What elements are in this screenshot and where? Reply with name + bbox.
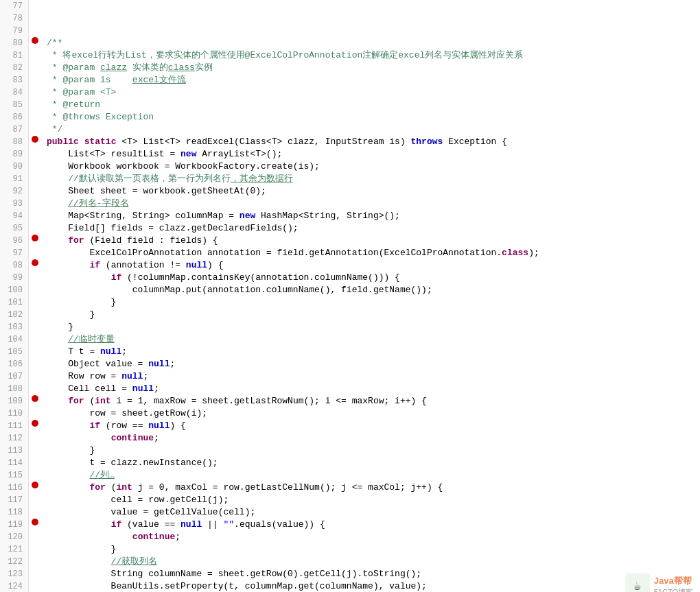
line-row: 78 — [0, 12, 700, 25]
line-number: 123 — [0, 568, 29, 580]
line-row: 103 } — [0, 321, 700, 333]
breakpoint-dot — [32, 420, 38, 427]
line-row: 77 — [0, 0, 700, 12]
line-number: 119 — [0, 519, 29, 531]
breakpoint-col[interactable] — [29, 37, 41, 44]
line-content: continue; — [41, 531, 700, 543]
line-content: public static <T> List<T> readExcel(Clas… — [41, 136, 700, 148]
line-row: 112 continue; — [0, 432, 700, 445]
line-content: } — [41, 296, 700, 309]
line-number: 106 — [0, 358, 29, 370]
breakpoint-col[interactable] — [29, 420, 41, 427]
line-row: 79 — [0, 25, 700, 37]
breakpoint-col[interactable] — [29, 519, 41, 525]
line-row: 86 * @throws Exception — [0, 111, 700, 123]
line-number: 101 — [0, 296, 29, 309]
line-content: //临时变量 — [41, 333, 700, 346]
line-content: * @param clazz 实体类的class实例 — [41, 62, 700, 74]
line-row: 88public static <T> List<T> readExcel(Cl… — [0, 136, 700, 148]
line-content: t = clazz.newInstance(); — [41, 457, 700, 469]
line-number: 81 — [0, 49, 29, 62]
line-content: } — [41, 543, 700, 556]
line-content: if (row == null) { — [41, 420, 700, 432]
line-content: } — [41, 445, 700, 457]
line-content: Sheet sheet = workbook.getSheetAt(0); — [41, 185, 700, 198]
line-row: 91 //默认读取第一页表格，第一行为列名行，其余为数据行 — [0, 173, 700, 185]
line-number: 118 — [0, 506, 29, 519]
line-row: 89 List<T> resultList = new ArrayList<T>… — [0, 148, 700, 161]
line-number: 120 — [0, 531, 29, 543]
breakpoint-dot — [32, 259, 38, 266]
line-number: 116 — [0, 482, 29, 494]
breakpoint-col[interactable] — [29, 395, 41, 402]
line-content: if (!columnMap.containsKey(annotation.co… — [41, 272, 700, 284]
line-row: 123 String columnName = sheet.getRow(0).… — [0, 568, 700, 580]
line-row: 100 columnMap.put(annotation.columnName(… — [0, 284, 700, 296]
code-editor: 77 78 79 80/**81 * 将excel行转为List，要求实体的个属… — [0, 0, 700, 592]
line-content: Row row = null; — [41, 370, 700, 383]
breakpoint-dot — [32, 37, 38, 44]
line-number: 110 — [0, 407, 29, 420]
line-row: 102 } — [0, 309, 700, 321]
line-content: } — [41, 321, 700, 333]
line-row: 107 Row row = null; — [0, 370, 700, 383]
line-number: 115 — [0, 469, 29, 482]
line-content: List<T> resultList = new ArrayList<T>(); — [41, 148, 700, 161]
line-row: 109 for (int i = 1, maxRow = sheet.getLa… — [0, 395, 700, 407]
line-row: 104 //临时变量 — [0, 333, 700, 346]
line-number: 82 — [0, 62, 29, 74]
brand-name: Java帮帮 — [654, 575, 693, 587]
line-number: 91 — [0, 173, 29, 185]
line-content: //默认读取第一页表格，第一行为列名行，其余为数据行 — [41, 173, 700, 185]
line-row: 118 value = getCellValue(cell); — [0, 506, 700, 519]
line-number: 124 — [0, 580, 29, 592]
line-row: 115 //列… — [0, 469, 700, 482]
breakpoint-col[interactable] — [29, 259, 41, 266]
line-number: 112 — [0, 432, 29, 445]
line-number: 94 — [0, 210, 29, 222]
line-number: 80 — [0, 37, 29, 49]
breakpoint-col[interactable] — [29, 235, 41, 241]
line-number: 111 — [0, 420, 29, 432]
watermark: ☕ Java帮帮 51CTO博客 — [625, 573, 693, 592]
line-content: Field[] fields = clazz.getDeclaredFields… — [41, 222, 700, 235]
breakpoint-col[interactable] — [29, 136, 41, 143]
breakpoint-dot — [32, 482, 38, 488]
line-content: if (value == null || "".equals(value)) { — [41, 519, 700, 531]
line-number: 93 — [0, 198, 29, 210]
line-row: 106 Object value = null; — [0, 358, 700, 370]
line-number: 78 — [0, 12, 29, 25]
line-row: 93 //列名-字段名 — [0, 198, 700, 210]
line-content: for (int j = 0, maxCol = row.getLastCell… — [41, 482, 700, 494]
line-number: 83 — [0, 74, 29, 86]
line-row: 83 * @param is excel文件流 — [0, 74, 700, 86]
line-content — [41, 12, 700, 25]
line-content: * @param <T> — [41, 86, 700, 99]
line-content: //列名-字段名 — [41, 198, 700, 210]
line-content: for (int i = 1, maxRow = sheet.getLastRo… — [41, 395, 700, 407]
line-row: 105 T t = null; — [0, 346, 700, 358]
line-number: 86 — [0, 111, 29, 123]
line-content: * 将excel行转为List，要求实体的个属性使用@ExcelColProAn… — [41, 49, 700, 62]
line-content: ExcelColProAnnotation annotation = field… — [41, 247, 700, 259]
line-content: //列… — [41, 469, 700, 482]
line-number: 122 — [0, 556, 29, 568]
breakpoint-col[interactable] — [29, 482, 41, 488]
line-content — [41, 25, 700, 37]
line-content: BeanUtils.setProperty(t, columnMap.get(c… — [41, 580, 700, 592]
line-row: 98 if (annotation != null) { — [0, 259, 700, 272]
line-row: 92 Sheet sheet = workbook.getSheetAt(0); — [0, 185, 700, 198]
line-content: */ — [41, 123, 700, 136]
line-number: 102 — [0, 309, 29, 321]
line-content: for (Field field : fields) { — [41, 235, 700, 247]
breakpoint-dot — [32, 395, 38, 402]
line-row: 114 t = clazz.newInstance(); — [0, 457, 700, 469]
line-number: 121 — [0, 543, 29, 556]
line-row: 96 for (Field field : fields) { — [0, 235, 700, 247]
breakpoint-dot — [32, 235, 38, 241]
line-number: 96 — [0, 235, 29, 247]
line-content: Cell cell = null; — [41, 383, 700, 395]
line-row: 97 ExcelColProAnnotation annotation = fi… — [0, 247, 700, 259]
line-number: 109 — [0, 395, 29, 407]
line-row: 99 if (!columnMap.containsKey(annotation… — [0, 272, 700, 284]
